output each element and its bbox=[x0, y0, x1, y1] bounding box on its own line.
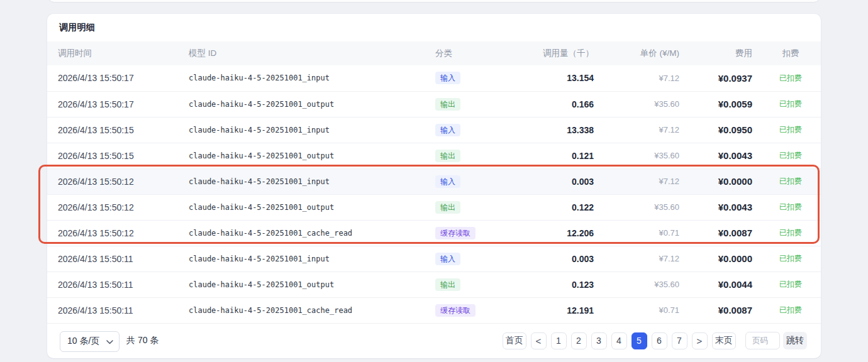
cell-unit-price: ¥0.71 bbox=[594, 220, 679, 246]
page-button-7[interactable]: 7 bbox=[672, 332, 687, 349]
cell-model-id: claude-haiku-4-5-20251001_output bbox=[189, 143, 435, 168]
cell-model-id: claude-haiku-4-5-20251001_cache_read bbox=[189, 297, 435, 323]
cell-usage: 12.206 bbox=[497, 220, 594, 246]
cell-model-id: claude-haiku-4-5-20251001_input bbox=[189, 168, 435, 194]
cell-usage: 13.154 bbox=[497, 65, 594, 91]
cell-unit-price: ¥7.12 bbox=[594, 168, 679, 194]
category-badge-output: 输出 bbox=[435, 201, 460, 214]
table-row[interactable]: 2026/4/13 15:50:15 claude-haiku-4-5-2025… bbox=[47, 143, 821, 168]
column-header-time: 调用时间 bbox=[47, 41, 189, 65]
call-details-card: 调用明细 调用时间 模型 ID 分类 调用量（千） 单价 (¥/M) 费用 扣费… bbox=[47, 14, 821, 358]
category-badge-output: 输出 bbox=[435, 278, 460, 291]
cell-usage: 0.121 bbox=[497, 143, 594, 168]
cell-model-id: claude-haiku-4-5-20251001_output bbox=[189, 194, 435, 220]
cell-deduction-status: 已扣费 bbox=[760, 297, 821, 323]
cell-usage: 13.338 bbox=[497, 117, 594, 143]
table-row[interactable]: 2026/4/13 15:50:11 claude-haiku-4-5-2025… bbox=[47, 272, 821, 297]
jump-button[interactable]: 跳转 bbox=[783, 332, 807, 349]
cell-time: 2026/4/13 15:50:12 bbox=[47, 168, 189, 194]
cell-usage: 0.003 bbox=[497, 246, 594, 272]
column-header-unit-price: 单价 (¥/M) bbox=[594, 41, 679, 65]
cell-deduction-status: 已扣费 bbox=[760, 65, 821, 91]
previous-card-bottom-edge bbox=[48, 0, 820, 2]
table-row[interactable]: 2026/4/13 15:50:17 claude-haiku-4-5-2025… bbox=[47, 65, 821, 91]
cell-time: 2026/4/13 15:50:11 bbox=[47, 246, 189, 272]
card-header: 调用明细 bbox=[47, 14, 821, 41]
category-badge-cache-read: 缓存读取 bbox=[435, 304, 476, 317]
cell-deduction-status: 已扣费 bbox=[760, 117, 821, 143]
cell-usage: 0.003 bbox=[497, 168, 594, 194]
page-button-6[interactable]: 6 bbox=[652, 332, 667, 349]
cell-model-id: claude-haiku-4-5-20251001_input bbox=[189, 65, 435, 91]
table-row[interactable]: 2026/4/13 15:50:12 claude-haiku-4-5-2025… bbox=[47, 220, 821, 246]
cell-unit-price: ¥7.12 bbox=[594, 117, 679, 143]
cell-usage: 12.191 bbox=[497, 297, 594, 323]
table-row[interactable]: 2026/4/13 15:50:17 claude-haiku-4-5-2025… bbox=[47, 91, 821, 117]
column-header-model-id: 模型 ID bbox=[189, 41, 435, 65]
cell-model-id: claude-haiku-4-5-20251001_cache_read bbox=[189, 220, 435, 246]
cell-unit-price: ¥7.12 bbox=[594, 246, 679, 272]
column-header-usage: 调用量（千） bbox=[497, 41, 594, 65]
cell-unit-price: ¥35.60 bbox=[594, 143, 679, 168]
cell-deduction-status: 已扣费 bbox=[760, 220, 821, 246]
cell-deduction-status: 已扣费 bbox=[760, 194, 821, 220]
cell-cost: ¥0.0937 bbox=[679, 65, 760, 91]
cell-cost: ¥0.0087 bbox=[679, 297, 760, 323]
cell-cost: ¥0.0043 bbox=[679, 194, 760, 220]
column-header-cost: 费用 bbox=[679, 41, 760, 65]
cell-model-id: claude-haiku-4-5-20251001_input bbox=[189, 246, 435, 272]
pagination-bar: 10 条/页 共 70 条 首页 < 1 2 3 4 5 6 7 > 末页 跳转 bbox=[47, 323, 821, 358]
category-badge-input: 输入 bbox=[435, 253, 460, 265]
table-header-row: 调用时间 模型 ID 分类 调用量（千） 单价 (¥/M) 费用 扣费 bbox=[47, 41, 821, 65]
total-count-label: 共 70 条 bbox=[126, 335, 159, 346]
table-row[interactable]: 2026/4/13 15:50:12 claude-haiku-4-5-2025… bbox=[47, 194, 821, 220]
category-badge-output: 输出 bbox=[435, 98, 460, 111]
cell-usage: 0.123 bbox=[497, 272, 594, 297]
next-page-button[interactable]: > bbox=[692, 332, 708, 349]
pagination-controls: 首页 < 1 2 3 4 5 6 7 > 末页 跳转 bbox=[503, 332, 808, 349]
cell-deduction-status: 已扣费 bbox=[760, 246, 821, 272]
cell-model-id: claude-haiku-4-5-20251001_output bbox=[189, 91, 435, 117]
cell-usage: 0.166 bbox=[497, 91, 594, 117]
call-details-table: 调用时间 模型 ID 分类 调用量（千） 单价 (¥/M) 费用 扣费 2026… bbox=[47, 41, 821, 324]
page-button-2[interactable]: 2 bbox=[571, 332, 587, 349]
card-title: 调用明细 bbox=[59, 22, 95, 33]
cell-deduction-status: 已扣费 bbox=[760, 143, 821, 168]
cell-model-id: claude-haiku-4-5-20251001_output bbox=[189, 272, 435, 297]
page-button-3[interactable]: 3 bbox=[591, 332, 607, 349]
page-button-1[interactable]: 1 bbox=[551, 332, 567, 349]
page-size-select[interactable]: 10 条/页 bbox=[60, 331, 120, 352]
cell-cost: ¥0.0043 bbox=[679, 143, 760, 168]
table-row[interactable]: 2026/4/13 15:50:11 claude-haiku-4-5-2025… bbox=[47, 246, 821, 272]
category-badge-cache-read: 缓存读取 bbox=[435, 227, 476, 239]
cell-cost: ¥0.0950 bbox=[679, 117, 760, 143]
cell-unit-price: ¥7.12 bbox=[594, 65, 679, 91]
chevron-down-icon bbox=[106, 340, 113, 344]
page-button-4[interactable]: 4 bbox=[611, 332, 627, 349]
cell-unit-price: ¥0.71 bbox=[594, 297, 679, 323]
cell-unit-price: ¥35.60 bbox=[594, 194, 679, 220]
cell-time: 2026/4/13 15:50:12 bbox=[47, 220, 189, 246]
cell-time: 2026/4/13 15:50:11 bbox=[47, 272, 189, 297]
prev-page-button[interactable]: < bbox=[531, 332, 547, 349]
page-button-5-active[interactable]: 5 bbox=[632, 332, 647, 349]
cell-deduction-status: 已扣费 bbox=[760, 272, 821, 297]
cell-time: 2026/4/13 15:50:17 bbox=[47, 65, 189, 91]
cell-deduction-status: 已扣费 bbox=[760, 168, 821, 194]
last-page-button[interactable]: 末页 bbox=[712, 332, 736, 349]
category-badge-output: 输出 bbox=[435, 150, 460, 162]
cell-cost: ¥0.0087 bbox=[679, 220, 760, 246]
cell-time: 2026/4/13 15:50:17 bbox=[47, 91, 189, 117]
cell-time: 2026/4/13 15:50:15 bbox=[47, 143, 189, 168]
cell-time: 2026/4/13 15:50:12 bbox=[47, 194, 189, 220]
cell-usage: 0.122 bbox=[497, 194, 594, 220]
cell-deduction-status: 已扣费 bbox=[760, 91, 821, 117]
table-row[interactable]: 2026/4/13 15:50:11 claude-haiku-4-5-2025… bbox=[47, 297, 821, 323]
first-page-button[interactable]: 首页 bbox=[503, 332, 526, 349]
table-row-hovered[interactable]: 2026/4/13 15:50:12 claude-haiku-4-5-2025… bbox=[47, 168, 821, 194]
jump-page-input[interactable] bbox=[745, 332, 780, 349]
table-row[interactable]: 2026/4/13 15:50:15 claude-haiku-4-5-2025… bbox=[47, 117, 821, 143]
category-badge-input: 输入 bbox=[435, 175, 460, 188]
cell-unit-price: ¥35.60 bbox=[594, 272, 679, 297]
cell-time: 2026/4/13 15:50:11 bbox=[47, 297, 189, 323]
